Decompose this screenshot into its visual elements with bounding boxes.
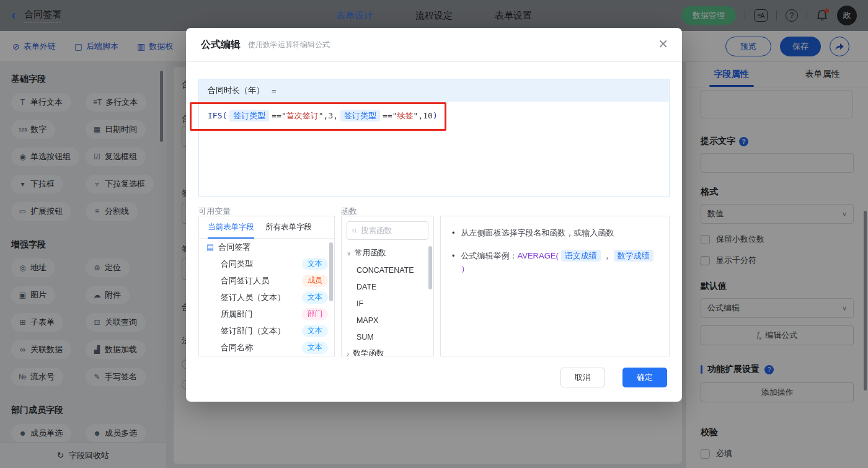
example-token: 公式编辑举例： (461, 251, 518, 260)
variable-item[interactable]: 所属部门 部门 (199, 306, 334, 322)
variable-item[interactable]: 合同签订人员 成员 (199, 272, 334, 289)
variable-type-tag: 文本 (302, 342, 328, 354)
variable-type-tag: 成员 (302, 275, 328, 287)
close-icon[interactable]: ✕ (658, 38, 668, 50)
variable-label: 合同签订人员 (221, 275, 302, 286)
variables-scrollbar[interactable] (329, 242, 333, 301)
variables-tab[interactable]: 当前表单字段 (208, 216, 254, 239)
formula-token[interactable]: IFS( (208, 111, 227, 120)
function-item[interactable]: SUM (342, 329, 433, 345)
variable-type-tag: 文本 (302, 325, 328, 337)
example-token: ， (603, 251, 611, 260)
formula-token[interactable]: 首次签订 (286, 111, 319, 120)
variable-item[interactable]: 合同名称 文本 (199, 339, 334, 356)
formula-token[interactable]: ",10 (414, 111, 433, 120)
example-token: 数学成绩 (614, 250, 653, 262)
function-search[interactable] (347, 221, 428, 240)
form-tree-root[interactable]: ▤ 合同签署 (199, 239, 334, 255)
tips-panel: • 从左侧面板选择字段名和函数，或输入函数 • 公式编辑举例：AVERAGE(语… (440, 216, 670, 356)
equals-sign: = (272, 86, 277, 95)
function-search-input[interactable] (361, 226, 423, 235)
search-icon (352, 227, 357, 235)
formula-editor: 合同时长（年） = IFS(签订类型=="首次签订",3,签订类型=="续签",… (198, 79, 670, 196)
example-token: 语文成绩 (561, 250, 601, 262)
variable-label: 签订部门（文本） (221, 325, 302, 337)
cancel-button[interactable]: 取消 (560, 368, 605, 387)
tip-example: 公式编辑举例：AVERAGE(语文成绩，数学成绩） (461, 249, 658, 275)
function-item[interactable]: DATE (342, 278, 433, 295)
formula-token[interactable]: ==" (272, 111, 286, 120)
function-item[interactable]: MAPX (342, 312, 433, 329)
function-item[interactable]: 常用函数 (342, 245, 433, 262)
variable-label: 签订人员（文本） (221, 292, 302, 303)
formula-token[interactable]: ",3, (319, 111, 338, 120)
variable-type-tag: 文本 (302, 258, 328, 270)
formula-edit-modal: 公式编辑 使用数学运算符编辑公式 ✕ 合同时长（年） = IFS(签订类型=="… (186, 28, 682, 402)
bullet: • (452, 249, 455, 275)
formula-token[interactable]: ) (433, 111, 438, 120)
function-item[interactable]: CONCATENATE (342, 262, 433, 278)
formula-token[interactable]: 签订类型 (340, 110, 380, 121)
function-item[interactable]: 数学函数 (342, 345, 433, 356)
variable-label: 合同名称 (221, 342, 302, 353)
variable-item[interactable]: 文本 (199, 356, 334, 356)
modal-title: 公式编辑 (201, 38, 241, 51)
formula-token[interactable]: 签订类型 (229, 110, 269, 121)
confirm-button[interactable]: 确定 (622, 368, 667, 387)
variable-type-tag: 文本 (302, 291, 328, 304)
example-token: AVERAGE( (518, 251, 559, 260)
variable-item[interactable]: 签订人员（文本） 文本 (199, 289, 334, 306)
bullet: • (452, 226, 455, 239)
variable-label: 合同类型 (221, 258, 302, 270)
modal-subtitle: 使用数学运算符编辑公式 (248, 40, 330, 50)
formula-input-area[interactable]: IFS(签订类型=="首次签订",3,签订类型=="续签",10) (199, 102, 669, 130)
tip-text: 从左侧面板选择字段名和函数，或输入函数 (461, 226, 614, 239)
example-token: ） (461, 264, 469, 273)
formula-target-field: 合同时长（年） (208, 85, 264, 96)
functions-panel: 常用函数CONCATENATEDATEIFMAPXSUM数学函数文本函数 (341, 216, 434, 356)
variables-tab[interactable]: 所有表单字段 (265, 216, 312, 239)
variable-type-tag: 部门 (302, 308, 328, 320)
variables-panel: 当前表单字段所有表单字段 ▤ 合同签署 合同类型 文本 合同签订人员 成员 签订… (198, 216, 335, 356)
functions-scrollbar[interactable] (428, 246, 432, 289)
formula-token[interactable]: ==" (383, 111, 397, 120)
function-item[interactable]: IF (342, 295, 433, 312)
variable-item[interactable]: 合同类型 文本 (199, 255, 334, 272)
formula-token[interactable]: 续签 (397, 111, 414, 120)
form-doc-icon: ▤ (206, 242, 214, 252)
variable-label: 所属部门 (221, 309, 302, 320)
variable-item[interactable]: 签订部门（文本） 文本 (199, 322, 334, 339)
